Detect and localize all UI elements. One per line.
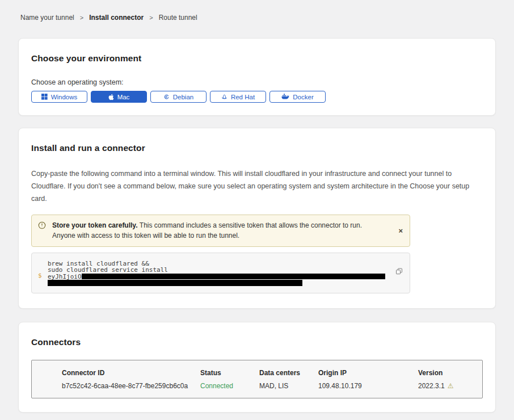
breadcrumb-separator: > xyxy=(80,14,83,21)
install-connector-title: Install and run a connector xyxy=(31,143,483,153)
os-button-windows[interactable]: Windows xyxy=(31,91,87,103)
table-header-row: Connector ID Status Data centers Origin … xyxy=(32,369,482,382)
header-connector-id: Connector ID xyxy=(62,369,200,377)
os-button-group: Windows Mac Debian Red Hat Docker xyxy=(31,91,483,103)
os-button-label: Debian xyxy=(173,94,193,100)
version-value: 2022.3.1 xyxy=(418,382,445,390)
windows-icon xyxy=(41,94,48,100)
header-status: Status xyxy=(200,369,259,377)
install-connector-card: Install and run a connector Copy-paste t… xyxy=(18,128,496,309)
token-prefix: eyJhIjoiO xyxy=(48,274,82,280)
redacted-token-bar xyxy=(82,274,385,279)
os-button-mac[interactable]: Mac xyxy=(91,91,147,103)
connectors-table: Connector ID Status Data centers Origin … xyxy=(31,360,483,398)
os-button-label: Windows xyxy=(51,94,78,100)
connectors-card: Connectors Connector ID Status Data cent… xyxy=(18,322,496,413)
token-line: eyJhIjoiO xyxy=(48,274,387,280)
os-button-redhat[interactable]: Red Hat xyxy=(210,91,266,103)
apple-icon xyxy=(108,94,114,100)
breadcrumb-install-connector[interactable]: Install connector xyxy=(89,14,144,22)
os-button-label: Mac xyxy=(117,94,130,100)
token-warning-alert: Store your token carefully. This command… xyxy=(31,215,410,247)
alert-info-icon xyxy=(38,221,46,233)
breadcrumb-separator: > xyxy=(149,14,153,21)
header-data-centers: Data centers xyxy=(259,369,318,377)
cell-data-centers: MAD, LIS xyxy=(259,382,318,390)
cell-connector-id: b7c52c42-6caa-48ee-8c77-fbe259cb6c0a xyxy=(62,382,200,390)
choose-environment-title: Choose your environment xyxy=(31,53,483,64)
terminal-prompt: $ xyxy=(38,272,42,279)
docker-icon xyxy=(281,94,289,100)
copy-icon[interactable] xyxy=(395,268,403,277)
header-version: Version xyxy=(418,369,475,377)
install-command-codeblock: $ brew install cloudflared && sudo cloud… xyxy=(31,253,410,293)
alert-title: Store your token carefully. xyxy=(52,221,140,229)
close-icon[interactable]: × xyxy=(398,227,403,234)
breadcrumb-route-tunnel[interactable]: Route tunnel xyxy=(159,14,197,22)
redhat-icon xyxy=(221,94,227,100)
install-description: Copy-paste the following command into a … xyxy=(31,168,483,205)
os-select-label: Choose an operating system: xyxy=(31,78,483,86)
redacted-token-bar xyxy=(48,280,302,286)
table-row: b7c52c42-6caa-48ee-8c77-fbe259cb6c0a Con… xyxy=(32,382,482,390)
debian-icon xyxy=(163,94,170,100)
breadcrumb-name-your-tunnel[interactable]: Name your tunnel xyxy=(20,14,74,22)
choose-environment-card: Choose your environment Choose an operat… xyxy=(18,38,496,116)
os-button-debian[interactable]: Debian xyxy=(150,91,207,103)
command-line-2: sudo cloudflared service install xyxy=(48,267,387,273)
cell-version: 2022.3.1 ⚠ xyxy=(418,382,475,390)
os-button-label: Red Hat xyxy=(231,94,255,100)
connectors-title: Connectors xyxy=(31,337,483,347)
status-badge: Connected xyxy=(200,382,259,390)
warning-icon[interactable]: ⚠ xyxy=(448,382,454,390)
cell-origin-ip: 109.48.10.179 xyxy=(318,382,418,390)
header-origin-ip: Origin IP xyxy=(318,369,418,377)
os-button-docker[interactable]: Docker xyxy=(269,91,326,103)
breadcrumb: Name your tunnel > Install connector > R… xyxy=(0,0,514,22)
os-button-label: Docker xyxy=(293,94,313,100)
